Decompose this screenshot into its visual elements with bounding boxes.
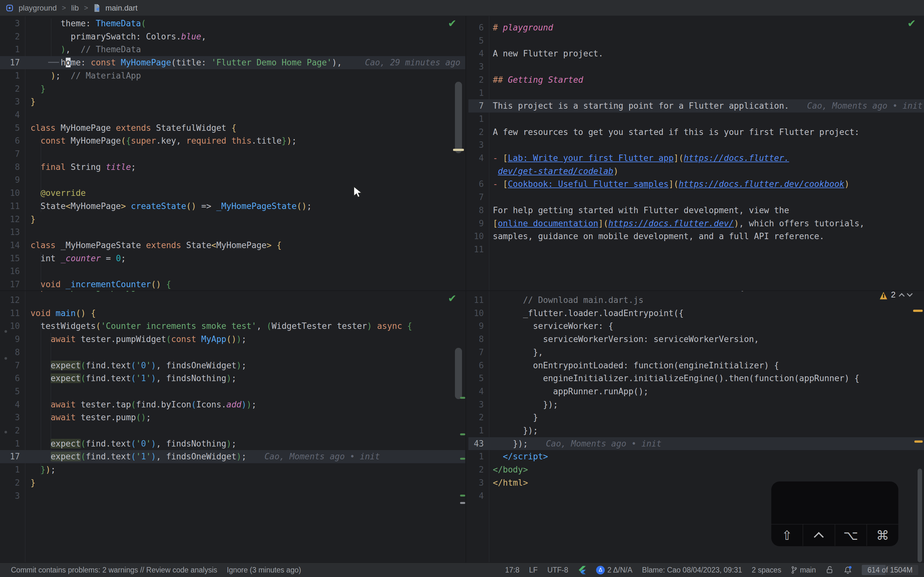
code-line[interactable]: 5 xyxy=(468,34,924,47)
code-line[interactable]: 6# playground xyxy=(468,21,924,34)
code-line[interactable]: 7 }, xyxy=(468,346,924,359)
line-number[interactable]: 3 xyxy=(0,411,20,424)
code-line[interactable]: 6 expect(find.text('1'), findsNothing); xyxy=(0,372,465,385)
code-line[interactable]: 4 xyxy=(0,108,465,121)
code-line[interactable]: 5 xyxy=(0,385,465,398)
line-number[interactable]: 5 xyxy=(0,121,20,135)
line-number[interactable]: 2 xyxy=(0,476,20,490)
line-number[interactable]: 13 xyxy=(0,226,20,239)
line-number[interactable]: 2 xyxy=(0,424,20,437)
line-number[interactable]: 11 xyxy=(468,243,484,256)
warning-stripe[interactable] xyxy=(913,309,923,312)
line-number[interactable]: 2 xyxy=(468,463,484,476)
code-line[interactable]: 10 @override xyxy=(0,187,465,200)
code-line[interactable]: 3 theme: ThemeData( xyxy=(0,17,465,30)
line-number[interactable]: 10 xyxy=(468,307,484,320)
line-number[interactable]: 6 xyxy=(468,359,484,372)
code-line[interactable]: 6- [Cookbook: Useful Flutter samples](ht… xyxy=(468,177,924,191)
code-line[interactable]: 16 xyxy=(0,265,465,278)
code-line-clipped[interactable]: import 'package:playground/main.dart'; xyxy=(0,291,465,293)
code-line[interactable]: 2 } xyxy=(468,411,924,424)
code-line[interactable]: 15 int _counter = 0; xyxy=(0,252,465,265)
line-number[interactable]: 2 xyxy=(0,82,20,95)
code-line[interactable]: 2## Getting Started xyxy=(468,73,924,87)
line-number[interactable]: 3 xyxy=(468,476,484,490)
vertical-splitter[interactable] xyxy=(465,16,466,562)
code-line[interactable]: 10samples, guidance on mobile developmen… xyxy=(468,230,924,243)
line-number[interactable]: 1 xyxy=(0,437,20,450)
line-number[interactable]: 12 xyxy=(0,213,20,226)
change-stripe[interactable] xyxy=(460,502,465,504)
line-number[interactable]: 4 xyxy=(468,47,484,60)
line-number[interactable]: 11 xyxy=(468,293,484,307)
file-encoding[interactable]: UTF-8 xyxy=(548,566,568,574)
code-line[interactable]: 2</body> xyxy=(468,463,924,476)
editor-pane-readme[interactable]: 6# playground54A new Flutter project.32#… xyxy=(468,16,924,290)
code-line[interactable]: 3 xyxy=(0,490,465,503)
change-stripe[interactable] xyxy=(460,434,465,435)
code-line[interactable]: 4- [Lab: Write your first Flutter app](h… xyxy=(468,152,924,165)
code-line[interactable]: 5 engineInitializer.initializeEngine().t… xyxy=(468,372,924,385)
code-line[interactable]: 8 xyxy=(0,346,465,359)
code-line[interactable]: 9[online documentation](https://docs.flu… xyxy=(468,217,924,230)
line-number[interactable]: 11 xyxy=(0,200,20,213)
code-line[interactable]: 11 State<MyHomePage> createState() => _M… xyxy=(0,200,465,213)
line-number[interactable]: 17 xyxy=(0,450,20,463)
code-line[interactable]: 14class _MyHomePageState extends State<M… xyxy=(0,239,465,252)
line-number[interactable]: 4 xyxy=(468,385,484,398)
breadcrumb-dir[interactable]: lib xyxy=(71,3,79,13)
editor-pane-main-dart[interactable]: 3 theme: ThemeData(2 primarySwatch: Colo… xyxy=(0,16,465,290)
code-line[interactable]: 7 xyxy=(468,191,924,204)
code-line[interactable]: 17 void _incrementCounter() { xyxy=(0,278,465,290)
line-number[interactable]: 6 xyxy=(468,177,484,191)
change-stripe[interactable] xyxy=(460,397,465,399)
line-number[interactable]: 5 xyxy=(0,385,20,398)
code-line[interactable]: 11 xyxy=(468,243,924,256)
flutter-icon[interactable] xyxy=(578,566,586,574)
line-number[interactable]: 17 xyxy=(0,56,20,69)
code-line[interactable]: 1 }); xyxy=(468,424,924,437)
line-number[interactable]: 6 xyxy=(0,372,20,385)
project-icon[interactable] xyxy=(6,4,13,12)
code-line[interactable]: 3 await tester.pump(); xyxy=(0,411,465,424)
line-number[interactable]: 2 xyxy=(468,73,484,87)
next-problem-icon[interactable] xyxy=(907,291,913,297)
code-line[interactable]: 2 primarySwatch: Colors.blue, xyxy=(0,30,465,43)
code-line[interactable]: 12 xyxy=(0,293,465,307)
line-number[interactable]: 1 xyxy=(468,87,484,100)
code-line[interactable]: 17 home: const MyHomePage(title: 'Flutte… xyxy=(0,56,465,69)
git-branch-widget[interactable]: main xyxy=(791,566,816,574)
line-number[interactable]: 6 xyxy=(468,21,484,34)
code-line[interactable]: 7 expect(find.text('0'), findsOneWidget)… xyxy=(0,359,465,372)
code-line[interactable]: 7This project is a starting point for a … xyxy=(468,99,924,113)
code-line[interactable]: 8 final String title; xyxy=(0,161,465,174)
line-number[interactable]: 5 xyxy=(468,372,484,385)
horizontal-splitter[interactable] xyxy=(0,290,924,291)
code-line[interactable]: 11 // Download main.dart.js xyxy=(468,293,924,307)
code-line[interactable]: 1 xyxy=(468,87,924,100)
code-line[interactable]: 2} xyxy=(0,476,465,490)
code-line[interactable]: 12} xyxy=(0,213,465,226)
line-number[interactable]: 7 xyxy=(468,99,484,113)
code-line[interactable]: 2 xyxy=(0,424,465,437)
line-number[interactable]: 1 xyxy=(0,69,20,82)
warning-stripe[interactable] xyxy=(914,440,923,443)
change-stripe[interactable] xyxy=(453,149,464,151)
line-number[interactable]: 1 xyxy=(468,424,484,437)
code-line[interactable]: 2A few resources to get you started if t… xyxy=(468,126,924,139)
code-line[interactable]: 4A new Flutter project. xyxy=(468,47,924,60)
caret-position[interactable]: 17:8 xyxy=(505,566,519,574)
line-number[interactable]: 9 xyxy=(468,217,484,230)
indent-info[interactable]: 2 spaces xyxy=(752,566,781,574)
line-number[interactable]: 7 xyxy=(0,147,20,161)
change-stripe[interactable] xyxy=(460,458,465,460)
line-number[interactable]: 1 xyxy=(0,43,20,56)
line-number[interactable]: 3 xyxy=(468,139,484,152)
breadcrumb-project[interactable]: playground xyxy=(19,3,57,13)
line-number[interactable]: 4 xyxy=(0,398,20,411)
line-number[interactable]: 3 xyxy=(0,17,20,30)
line-number[interactable]: 8 xyxy=(0,346,20,359)
code-line[interactable]: 7 xyxy=(0,147,465,161)
breadcrumb-file[interactable]: main.dart xyxy=(105,3,137,13)
code-line[interactable]: 3 xyxy=(468,60,924,73)
